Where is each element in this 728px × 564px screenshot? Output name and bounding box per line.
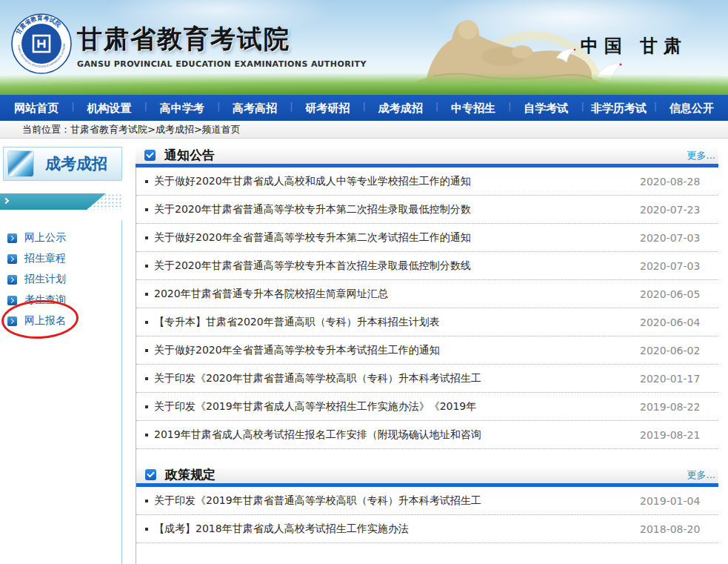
main-content: 通知公告 更多... 关于做好2020年甘肃省成人高校和成人中等专业学校招生工作… [136,147,718,564]
news-link[interactable]: 关于做好2020年甘肃省成人高校和成人中等专业学校招生工作的通知 [145,175,640,188]
divider-bar-fill [0,193,106,210]
site-header: 甘肃省教育考试院 GANSU PROVINCIAL EDUCATION EXAM… [0,0,728,95]
region-label: 中国 甘肃 [581,34,687,58]
sidebar-item-admission-charter[interactable]: 招生章程 [7,248,121,269]
news-date: 2018-08-20 [640,523,714,535]
checkbox-icon [145,469,156,480]
nav-link-vocational[interactable]: 中专招生 [451,102,495,115]
news-date: 2019-01-04 [640,495,714,507]
nav-link-adult-exam[interactable]: 成考成招 [378,102,423,115]
news-link[interactable]: 关于印发《2020年甘肃省普通高等学校高职（专科）升本科考试招生工 [145,372,640,385]
breadcrumb-bar: 当前位置：甘肃省教育考试院>成考成招>频道首页 [0,121,728,139]
books-icon [7,150,34,177]
page: 甘肃省教育考试院 GANSU PROVINCIAL EDUCATION EXAM… [0,0,728,564]
nav-link-non-degree[interactable]: 非学历考试 [591,102,647,115]
nav-item-adult-exam[interactable]: 成考成招 [364,101,436,116]
section-body: 关于做好2020年甘肃省成人高校和成人中等专业学校招生工作的通知 2020-08… [136,167,718,564]
news-row: 关于做好2020年全省普通高等学校专升本第二次考试招生工作的通知 2020-07… [136,224,718,252]
more-link-notices[interactable]: 更多... [687,149,715,162]
news-link[interactable]: 关于2020年甘肃省普通高等学校专升本第二次招生录取最低控制分数 [145,203,640,216]
main-nav: 网站首页 机构设置 高中学考 高考高招 研考研招 成考成招 中专招生 自学考试 … [0,95,728,121]
nav-item-highschool-exam[interactable]: 高中学考 [146,101,218,116]
nav-item-postgrad[interactable]: 研考研招 [291,101,364,116]
sidebar-item-label: 网上报名 [24,314,66,328]
sidebar-title: 成考成招 [45,153,107,174]
news-link[interactable]: 关于2020年甘肃省普通高等学校专升本首次招生录取最低控制分数线 [145,259,640,273]
news-date: 2020-07-23 [640,204,714,216]
news-row: 关于印发《2019年甘肃省成人高等学校招生工作实施办法》《2019年 2019-… [136,393,718,421]
nav-link-home[interactable]: 网站首页 [14,102,59,115]
news-date: 2020-06-05 [640,288,714,300]
news-date: 2019-08-22 [640,401,714,413]
news-link[interactable]: 【成考】2018年甘肃省成人高校考试招生工作实施办法 [145,522,640,536]
nav-link-postgrad[interactable]: 研考研招 [305,102,350,115]
arrow-right-icon [7,233,17,243]
news-link[interactable]: 关于做好2020年全省普通高等学校专升本考试招生工作的通知 [145,344,640,357]
nav-item-vocational[interactable]: 中专招生 [437,101,510,116]
more-link-policies[interactable]: 更多... [687,468,715,482]
nav-link-highschool-exam[interactable]: 高中学考 [160,102,204,115]
sidebar-item-online-registration[interactable]: 网上报名 [7,311,121,331]
nav-item-org[interactable]: 机构设置 [73,101,145,116]
news-date: 2020-01-17 [640,373,714,385]
sidebar-item-admission-plan[interactable]: 招生计划 [7,269,121,290]
news-link[interactable]: 2020年甘肃省普通专升本各院校招生简章网址汇总 [145,288,640,301]
news-link[interactable]: 2019年甘肃省成人高校考试招生报名工作安排（附现场确认地址和咨询 [145,428,640,442]
breadcrumb: 当前位置：甘肃省教育考试院>成考成招>频道首页 [22,124,241,135]
nav-link-gaokao[interactable]: 高考高招 [233,102,277,115]
section-title: 通知公告 [164,147,215,164]
news-date: 2020-07-03 [640,260,714,272]
nav-item-home[interactable]: 网站首页 [0,101,73,116]
sidebar-divider-bar [0,193,122,210]
grass-decoration [0,73,728,95]
nav-item-gaokao[interactable]: 高考高招 [218,101,291,116]
sidebar-item-label: 招生计划 [24,273,66,286]
section-header-notices: 通知公告 更多... [136,147,718,167]
nav-link-self-study[interactable]: 自学考试 [524,102,568,115]
sidebar-item-online-publicity[interactable]: 网上公示 [7,228,121,248]
site-subtitle: GANSU PROVINCIAL EDUCATION EXAMINATIONS … [77,59,367,69]
nav-item-non-degree[interactable]: 非学历考试 [582,101,655,116]
nav-item-self-study[interactable]: 自学考试 [510,101,582,116]
arrow-right-icon [7,254,17,264]
sidebar-item-candidate-query[interactable]: 考生查询 [7,290,121,311]
news-row: 关于2020年甘肃省普通高等学校专升本首次招生录取最低控制分数线 2020-07… [136,252,718,280]
news-row: 关于做好2020年全省普通高等学校专升本考试招生工作的通知 2020-06-02 [136,336,718,365]
sidebar: 成考成招 网上公示 招生章程 招生计划 [0,147,122,564]
sidebar-item-label: 网上公示 [24,231,66,245]
news-row: 【成考】2018年甘肃省成人高校考试招生工作实施办法 2018-08-20 [136,515,718,543]
news-row: 2020年甘肃省普通专升本各院校招生简章网址汇总 2020-06-05 [136,280,718,308]
site-title: 甘肃省教育考试院 [77,22,367,56]
sidebar-item-label: 招生章程 [24,252,66,265]
nav-link-org[interactable]: 机构设置 [87,102,131,115]
nav-item-info-disclosure[interactable]: 信息公开 [655,101,728,116]
news-date: 2020-06-04 [640,316,714,328]
arrow-right-icon [7,316,17,326]
news-date: 2019-08-21 [640,429,714,441]
arrow-right-icon [7,275,17,285]
sidebar-item-label: 考生查询 [24,293,66,307]
news-row: 关于印发《2019年甘肃省普通高等学校高职（专科）升本科考试招生工 2019-0… [136,487,718,515]
news-date: 2020-06-02 [640,345,714,356]
news-date: 2020-08-28 [640,176,714,188]
section-header-policies: 政策规定 更多... [136,466,718,487]
news-date: 2020-07-03 [640,232,714,244]
sidebar-menu: 网上公示 招生章程 招生计划 考生查询 网上报名 [0,220,122,564]
news-row: 关于做好2020年甘肃省成人高校和成人中等专业学校招生工作的通知 2020-08… [136,167,718,196]
news-link[interactable]: 关于印发《2019年甘肃省普通高等学校高职（专科）升本科考试招生工 [145,494,640,508]
news-row: 关于2020年甘肃省普通高等学校专升本第二次招生录取最低控制分数 2020-07… [136,196,718,224]
sidebar-header: 成考成招 [3,147,122,181]
news-row: 关于印发《2020年甘肃省普通高等学校高职（专科）升本科考试招生工 2020-0… [136,365,718,393]
news-link[interactable]: 关于做好2020年全省普通高等学校专升本第二次考试招生工作的通知 [145,231,640,245]
news-row: 【专升本】甘肃省2020年普通高职（专科）升本科招生计划表 2020-06-04 [136,308,718,336]
site-logo-icon[interactable]: 甘肃省教育考试院 GANSU PROVINCIAL EDUCATION EXAM… [10,13,73,75]
nav-link-info-disclosure[interactable]: 信息公开 [669,102,714,115]
arrow-right-icon [7,296,17,305]
section-title: 政策规定 [165,466,216,483]
news-row: 2019年甘肃省成人高校考试招生报名工作安排（附现场确认地址和咨询 2019-0… [136,421,718,449]
checkbox-icon [144,150,156,161]
news-link[interactable]: 【专升本】甘肃省2020年普通高职（专科）升本科招生计划表 [145,316,640,329]
content-layout: 成考成招 网上公示 招生章程 招生计划 [0,139,728,564]
news-link[interactable]: 关于印发《2019年甘肃省成人高等学校招生工作实施办法》《2019年 [145,400,640,414]
